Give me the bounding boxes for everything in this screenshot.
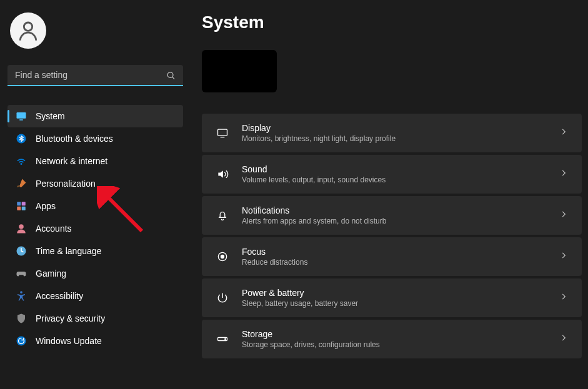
sidebar-item-time-language[interactable]: Time & language: [7, 240, 183, 262]
apps-icon: [16, 200, 27, 212]
sidebar-item-accounts[interactable]: Accounts: [7, 217, 183, 240]
bell-icon: [216, 209, 229, 222]
svg-rect-8: [17, 207, 21, 210]
setting-desc: Volume levels, output, input, sound devi…: [242, 175, 547, 184]
main-content: System DisplayMonitors, brightness, nigh…: [191, 0, 588, 389]
setting-desc: Reduce distractions: [242, 258, 547, 267]
user-icon: [16, 19, 40, 42]
setting-desc: Sleep, battery usage, battery saver: [242, 299, 547, 308]
chevron-right-icon: [559, 333, 568, 345]
chevron-right-icon: [559, 169, 568, 180]
sidebar-item-apps[interactable]: Apps: [7, 195, 183, 217]
svg-point-19: [225, 338, 226, 340]
shield-icon: [16, 313, 27, 324]
search-input[interactable]: [7, 65, 183, 86]
setting-text: StorageStorage space, drives, configurat…: [242, 329, 547, 349]
setting-focus[interactable]: FocusReduce distractions: [202, 237, 582, 276]
setting-title: Display: [242, 123, 547, 133]
bluetooth-icon: [16, 133, 27, 144]
chevron-right-icon: [559, 210, 568, 221]
setting-notifications[interactable]: NotificationsAlerts from apps and system…: [202, 196, 582, 235]
account-icon: [16, 223, 27, 234]
svg-line-2: [172, 77, 174, 79]
device-preview: [202, 50, 277, 92]
setting-text: DisplayMonitors, brightness, night light…: [242, 123, 547, 143]
wifi-icon: [16, 155, 27, 167]
setting-display[interactable]: DisplayMonitors, brightness, night light…: [202, 114, 582, 152]
clock-icon: [16, 245, 27, 257]
svg-point-12: [20, 291, 22, 293]
setting-title: Sound: [242, 164, 547, 174]
search-field[interactable]: [7, 65, 183, 86]
sidebar-item-label: Bluetooth & devices: [36, 134, 113, 144]
setting-storage[interactable]: StorageStorage space, drives, configurat…: [202, 320, 582, 358]
sidebar-item-gaming[interactable]: Gaming: [7, 262, 183, 285]
svg-point-13: [17, 337, 26, 346]
setting-sound[interactable]: SoundVolume levels, output, input, sound…: [202, 155, 582, 194]
svg-point-0: [24, 22, 32, 31]
power-icon: [216, 291, 229, 305]
svg-point-17: [221, 255, 224, 259]
sidebar-item-personalization[interactable]: Personalization: [7, 172, 183, 195]
sidebar-item-label: Privacy & security: [36, 313, 105, 323]
chevron-right-icon: [559, 292, 568, 303]
sidebar-item-accessibility[interactable]: Accessibility: [7, 285, 183, 307]
search-icon: [166, 71, 176, 81]
setting-title: Notifications: [242, 205, 547, 215]
sidebar-item-label: Gaming: [36, 268, 66, 278]
setting-text: NotificationsAlerts from apps and system…: [242, 205, 547, 225]
storage-icon: [216, 332, 229, 346]
brush-icon: [16, 178, 27, 189]
setting-desc: Storage space, drives, configuration rul…: [242, 340, 547, 349]
accessibility-icon: [16, 290, 27, 302]
sidebar-item-label: Personalization: [36, 179, 96, 189]
monitor-icon: [16, 111, 27, 122]
svg-rect-3: [17, 112, 26, 119]
settings-list: DisplayMonitors, brightness, night light…: [202, 114, 582, 358]
sidebar-item-label: Accounts: [36, 224, 72, 234]
chevron-right-icon: [559, 127, 568, 139]
setting-title: Focus: [242, 247, 547, 257]
setting-title: Storage: [242, 329, 547, 339]
gamepad-icon: [16, 268, 27, 279]
svg-rect-4: [19, 119, 23, 121]
setting-desc: Alerts from apps and system, do not dist…: [242, 217, 547, 225]
setting-text: SoundVolume levels, output, input, sound…: [242, 164, 547, 184]
sidebar: SystemBluetooth & devicesNetwork & inter…: [0, 0, 191, 389]
display-icon: [216, 126, 229, 140]
nav-list: SystemBluetooth & devicesNetwork & inter…: [7, 105, 183, 352]
sidebar-item-label: Network & internet: [36, 156, 107, 166]
focus-icon: [216, 250, 229, 263]
sidebar-item-bluetooth-devices[interactable]: Bluetooth & devices: [7, 127, 183, 150]
sidebar-item-system[interactable]: System: [7, 105, 183, 127]
svg-rect-6: [17, 202, 21, 205]
sidebar-item-label: Time & language: [36, 246, 101, 256]
update-icon: [16, 335, 27, 347]
setting-text: FocusReduce distractions: [242, 247, 547, 267]
svg-rect-9: [22, 207, 26, 210]
setting-power-battery[interactable]: Power & batterySleep, battery usage, bat…: [202, 278, 582, 317]
sidebar-item-label: Accessibility: [36, 291, 83, 301]
setting-title: Power & battery: [242, 288, 547, 298]
avatar: [10, 12, 46, 49]
svg-point-1: [167, 72, 173, 78]
sidebar-item-label: System: [36, 111, 65, 121]
chevron-right-icon: [559, 251, 568, 262]
svg-rect-14: [218, 129, 227, 135]
sidebar-item-windows-update[interactable]: Windows Update: [7, 330, 183, 352]
sound-icon: [216, 167, 229, 181]
svg-rect-7: [22, 202, 26, 205]
sidebar-item-label: Windows Update: [36, 336, 102, 346]
page-title: System: [202, 12, 582, 32]
sidebar-item-label: Apps: [36, 201, 56, 211]
user-block[interactable]: [7, 10, 183, 51]
svg-point-10: [19, 224, 24, 229]
setting-desc: Monitors, brightness, night light, displ…: [242, 134, 547, 143]
sidebar-item-network-internet[interactable]: Network & internet: [7, 150, 183, 172]
setting-text: Power & batterySleep, battery usage, bat…: [242, 288, 547, 308]
sidebar-item-privacy-security[interactable]: Privacy & security: [7, 307, 183, 330]
